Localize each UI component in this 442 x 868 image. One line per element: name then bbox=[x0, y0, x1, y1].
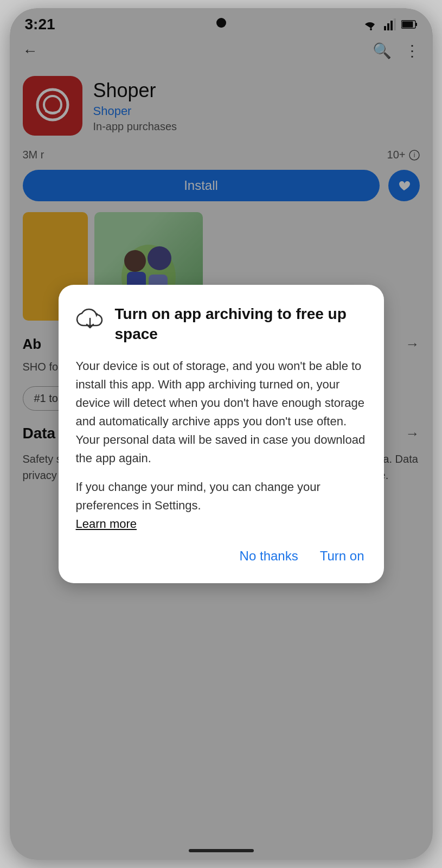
no-thanks-button[interactable]: No thanks bbox=[238, 544, 300, 568]
dialog-overlay: Turn on app archiving to free up space Y… bbox=[10, 8, 433, 860]
dialog-header: Turn on app archiving to free up space bbox=[76, 304, 367, 344]
dialog-body-text2: If you change your mind, you can change … bbox=[76, 478, 367, 533]
phone-frame: 3:21 ← bbox=[10, 8, 433, 860]
learn-more-link[interactable]: Learn more bbox=[76, 517, 137, 531]
archive-dialog: Turn on app archiving to free up space Y… bbox=[59, 285, 384, 583]
turn-on-button[interactable]: Turn on bbox=[318, 544, 367, 568]
dialog-body-text1: Your device is out of storage, and you w… bbox=[76, 357, 367, 468]
archive-icon bbox=[76, 307, 104, 335]
dialog-body: Your device is out of storage, and you w… bbox=[76, 357, 367, 533]
dialog-actions: No thanks Turn on bbox=[76, 544, 367, 568]
dialog-title: Turn on app archiving to free up space bbox=[115, 304, 367, 344]
